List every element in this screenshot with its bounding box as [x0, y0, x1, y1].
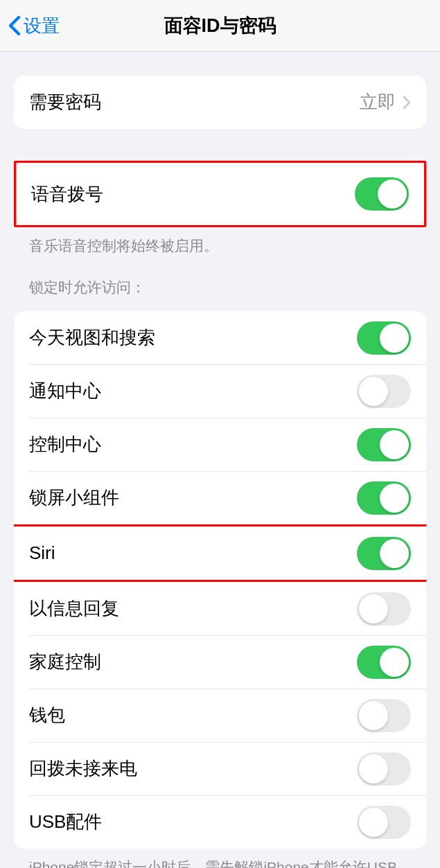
back-label: 设置: [24, 14, 60, 38]
lock-access-toggle[interactable]: [357, 375, 411, 408]
lock-access-label: 钱包: [29, 703, 65, 727]
lock-access-row: 今天视图和搜索: [14, 311, 426, 364]
voice-dial-highlight: 语音拨号: [14, 161, 426, 227]
lock-access-toggle[interactable]: [357, 428, 411, 461]
lock-access-label: 以信息回复: [29, 596, 119, 621]
lock-access-toggle[interactable]: [357, 752, 411, 786]
lock-access-group: 今天视图和搜索通知中心控制中心锁屏小组件Siri以信息回复家庭控制钱包回拨未接来…: [14, 311, 426, 849]
lock-access-footer: iPhone锁定超过一小时后，需先解锁iPhone才能允许USB配件连接。: [14, 849, 426, 868]
lock-access-row: 通知中心: [14, 364, 426, 418]
lock-access-row: 回拨未接来电: [14, 742, 426, 795]
lock-access-row: Siri: [14, 526, 426, 580]
require-passcode-value: 立即: [360, 90, 411, 114]
lock-access-toggle[interactable]: [357, 537, 411, 570]
lock-access-label: USB配件: [29, 810, 102, 834]
require-passcode-row[interactable]: 需要密码 立即: [14, 76, 426, 129]
require-passcode-label: 需要密码: [29, 90, 101, 114]
siri-highlight: Siri: [14, 524, 426, 582]
chevron-left-icon: [8, 15, 21, 36]
lock-access-label: 家庭控制: [29, 650, 101, 674]
lock-access-row: 家庭控制: [14, 635, 426, 689]
lock-access-label: Siri: [29, 542, 55, 564]
voice-dial-row: 语音拨号: [16, 163, 424, 225]
lock-access-row: 控制中心: [14, 418, 426, 471]
voice-dial-group: 语音拨号: [16, 163, 424, 225]
lock-access-row: 钱包: [14, 689, 426, 742]
voice-dial-footer: 音乐语音控制将始终被启用。: [14, 227, 426, 256]
lock-access-label: 今天视图和搜索: [29, 326, 155, 350]
lock-access-label: 通知中心: [29, 379, 101, 403]
lock-access-row: 以信息回复: [14, 582, 426, 635]
lock-access-toggle[interactable]: [357, 321, 411, 355]
lock-access-label: 回拨未接来电: [29, 756, 137, 781]
lock-access-toggle[interactable]: [357, 481, 411, 515]
lock-access-toggle[interactable]: [357, 699, 411, 732]
lock-access-row: USB配件: [14, 795, 426, 849]
chevron-right-icon: [403, 96, 411, 109]
back-button[interactable]: 设置: [6, 14, 60, 38]
page-title: 面容ID与密码: [164, 13, 276, 38]
navbar: 设置 面容ID与密码: [0, 0, 440, 52]
lock-access-header: 锁定时允许访问：: [14, 256, 426, 303]
voice-dial-label: 语音拨号: [31, 182, 103, 206]
require-passcode-group: 需要密码 立即: [14, 76, 426, 129]
lock-access-row: 锁屏小组件: [14, 471, 426, 524]
lock-access-toggle[interactable]: [357, 806, 411, 839]
lock-access-toggle[interactable]: [357, 592, 411, 626]
lock-access-toggle[interactable]: [357, 646, 411, 679]
voice-dial-toggle[interactable]: [355, 177, 409, 211]
lock-access-label: 控制中心: [29, 432, 101, 457]
lock-access-label: 锁屏小组件: [29, 486, 119, 510]
